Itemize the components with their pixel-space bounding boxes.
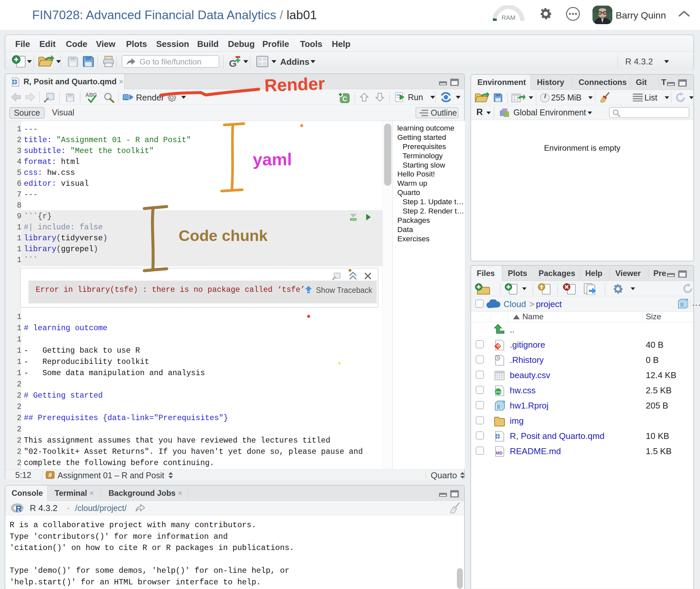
svg-text:G: G [229, 58, 237, 68]
svg-text:R: R [680, 302, 684, 308]
svg-text:R: R [16, 504, 22, 513]
svg-text:RAM: RAM [502, 14, 516, 21]
svg-text:MD: MD [496, 450, 503, 455]
svg-text:R: R [497, 404, 501, 410]
svg-text:C: C [342, 95, 347, 103]
svg-text:CSS: CSS [496, 390, 503, 394]
